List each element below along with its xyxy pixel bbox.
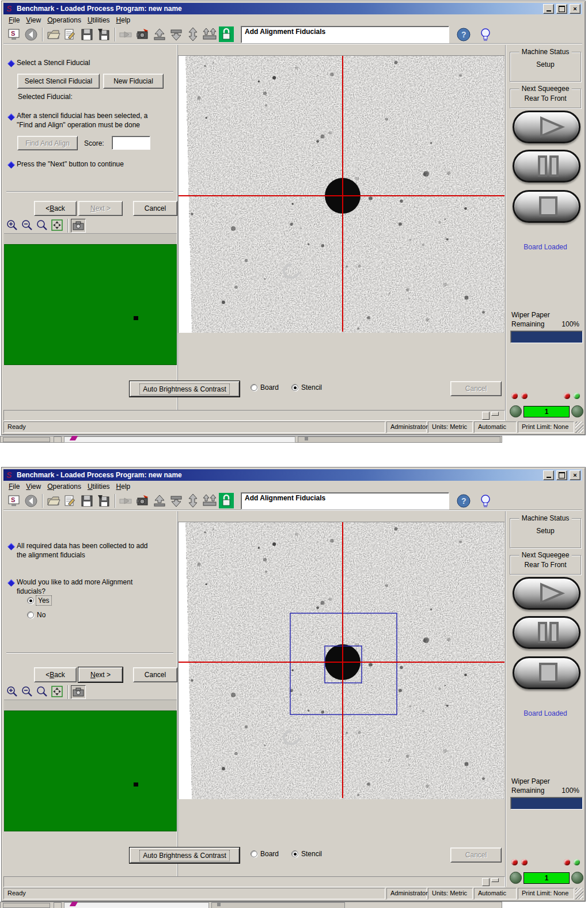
cancel-button[interactable]: Cancel bbox=[133, 667, 177, 682]
menu-utilities[interactable]: Utilities bbox=[85, 482, 113, 491]
load-board-button[interactable] bbox=[118, 26, 134, 42]
zoom-out-button[interactable] bbox=[20, 685, 34, 698]
pan-fit-button[interactable] bbox=[50, 685, 64, 698]
menu-help[interactable]: Help bbox=[113, 482, 134, 491]
find-and-align-button[interactable]: Find And Align bbox=[17, 136, 78, 150]
lower-board-button[interactable] bbox=[168, 26, 184, 42]
squeegee-arrows-button[interactable] bbox=[202, 493, 217, 508]
minimize-button[interactable] bbox=[543, 470, 554, 480]
zoom-in-button[interactable] bbox=[5, 219, 19, 231]
counter-left-button[interactable] bbox=[510, 405, 522, 417]
no-radio[interactable]: No bbox=[27, 611, 45, 619]
squeegee-arrows-button[interactable] bbox=[202, 26, 217, 42]
save-as-button[interactable] bbox=[96, 493, 111, 508]
back-button[interactable]: < Back bbox=[34, 667, 77, 682]
stop-button[interactable] bbox=[513, 656, 581, 689]
run-button[interactable] bbox=[513, 111, 581, 143]
stencil-radio[interactable]: Stencil bbox=[291, 383, 322, 392]
counter-left-button[interactable] bbox=[510, 872, 522, 884]
help-button[interactable]: ? bbox=[456, 27, 471, 42]
back-arrow-button[interactable] bbox=[23, 26, 39, 42]
pan-fit-button[interactable] bbox=[50, 219, 64, 231]
menu-operations[interactable]: Operations bbox=[44, 482, 85, 491]
zoom-out-button[interactable] bbox=[20, 219, 34, 231]
board-radio[interactable]: Board bbox=[251, 383, 279, 392]
menu-file[interactable]: File bbox=[6, 482, 23, 491]
save-as-button[interactable] bbox=[96, 26, 111, 42]
dock-window-icon[interactable] bbox=[482, 412, 490, 420]
counter-right-button[interactable] bbox=[571, 872, 583, 884]
load-board-button[interactable] bbox=[118, 493, 134, 508]
edit-document-button[interactable] bbox=[62, 26, 78, 42]
stencil-overview-viewport[interactable] bbox=[4, 244, 177, 365]
save-button[interactable] bbox=[79, 493, 94, 508]
stencil-radio[interactable]: Stencil bbox=[291, 850, 322, 858]
select-stencil-fiducial-button[interactable]: Select Stencil Fiducial bbox=[17, 74, 100, 89]
resize-grip[interactable] bbox=[575, 888, 583, 899]
stencil-overview-viewport[interactable] bbox=[4, 711, 177, 831]
edit-document-button[interactable] bbox=[62, 493, 78, 508]
titlebar[interactable]: S Benchmark - Loaded Process Program: ne… bbox=[3, 469, 582, 481]
menu-utilities[interactable]: Utilities bbox=[85, 16, 113, 25]
minimize-button[interactable] bbox=[543, 4, 554, 14]
new-fiducial-button[interactable]: New Fiducial bbox=[103, 74, 164, 89]
score-input[interactable] bbox=[112, 136, 150, 150]
zoom-in-button[interactable] bbox=[5, 685, 19, 698]
cancel-button[interactable]: Cancel bbox=[133, 201, 177, 216]
back-button[interactable]: < Back bbox=[34, 201, 77, 216]
benchmark-logo-button[interactable]: S bbox=[6, 26, 22, 42]
raise-stencil-button[interactable] bbox=[151, 493, 167, 508]
lower-board-button[interactable] bbox=[168, 493, 184, 508]
menu-help[interactable]: Help bbox=[113, 16, 134, 25]
raise-stencil-button[interactable] bbox=[151, 26, 167, 42]
hint-button[interactable] bbox=[478, 27, 493, 42]
up-down-move-button[interactable] bbox=[185, 493, 200, 508]
save-button[interactable] bbox=[79, 26, 94, 42]
titlebar[interactable]: S Benchmark - Loaded Process Program: ne… bbox=[3, 3, 582, 14]
next-button[interactable]: Next > bbox=[78, 667, 123, 682]
benchmark-logo-button[interactable]: S bbox=[6, 493, 22, 508]
yes-radio[interactable]: Yes bbox=[27, 597, 51, 605]
menu-view[interactable]: View bbox=[23, 16, 44, 25]
up-down-move-button[interactable] bbox=[185, 26, 200, 42]
camera-cancel-button[interactable]: Cancel bbox=[450, 848, 502, 863]
camera-view[interactable] bbox=[178, 55, 504, 333]
menu-operations[interactable]: Operations bbox=[44, 16, 85, 25]
open-folder-button[interactable] bbox=[45, 26, 61, 42]
sliver-segment bbox=[211, 902, 345, 908]
vision-camera-button[interactable] bbox=[135, 26, 150, 42]
camera-snapshot-button[interactable] bbox=[71, 685, 86, 699]
stop-button[interactable] bbox=[513, 190, 581, 223]
close-button[interactable]: × bbox=[570, 470, 581, 480]
auto-brightness-contrast-button[interactable]: Auto Brightness & Contrast bbox=[130, 381, 240, 397]
close-button[interactable]: × bbox=[570, 4, 581, 14]
camera-snapshot-button[interactable] bbox=[71, 219, 86, 233]
menu-file[interactable]: File bbox=[6, 16, 23, 25]
vision-camera-button[interactable] bbox=[135, 493, 150, 508]
resize-grip[interactable] bbox=[575, 421, 583, 433]
counter-right-button[interactable] bbox=[571, 405, 583, 417]
safety-lock-button[interactable] bbox=[218, 26, 234, 42]
dock-minimize-icon[interactable] bbox=[491, 878, 499, 882]
auto-brightness-contrast-button[interactable]: Auto Brightness & Contrast bbox=[130, 848, 240, 863]
board-radio[interactable]: Board bbox=[251, 850, 279, 858]
run-button[interactable] bbox=[513, 577, 581, 610]
next-button[interactable]: Next > bbox=[78, 201, 123, 216]
squeegee-arrows-icon bbox=[202, 27, 217, 42]
dock-window-icon[interactable] bbox=[482, 878, 490, 886]
open-folder-button[interactable] bbox=[45, 493, 61, 508]
safety-lock-button[interactable] bbox=[218, 493, 234, 508]
maximize-button[interactable] bbox=[556, 470, 567, 480]
menu-view[interactable]: View bbox=[23, 482, 44, 491]
back-arrow-button[interactable] bbox=[23, 493, 39, 508]
pause-button[interactable] bbox=[513, 150, 581, 183]
zoom-button[interactable] bbox=[35, 219, 49, 231]
dock-minimize-icon[interactable] bbox=[491, 412, 499, 416]
help-button[interactable]: ? bbox=[456, 493, 471, 508]
camera-view[interactable] bbox=[178, 522, 504, 799]
camera-cancel-button[interactable]: Cancel bbox=[450, 381, 502, 396]
zoom-button[interactable] bbox=[35, 685, 49, 698]
pause-button[interactable] bbox=[513, 616, 581, 649]
maximize-button[interactable] bbox=[556, 4, 567, 14]
hint-button[interactable] bbox=[478, 493, 493, 508]
